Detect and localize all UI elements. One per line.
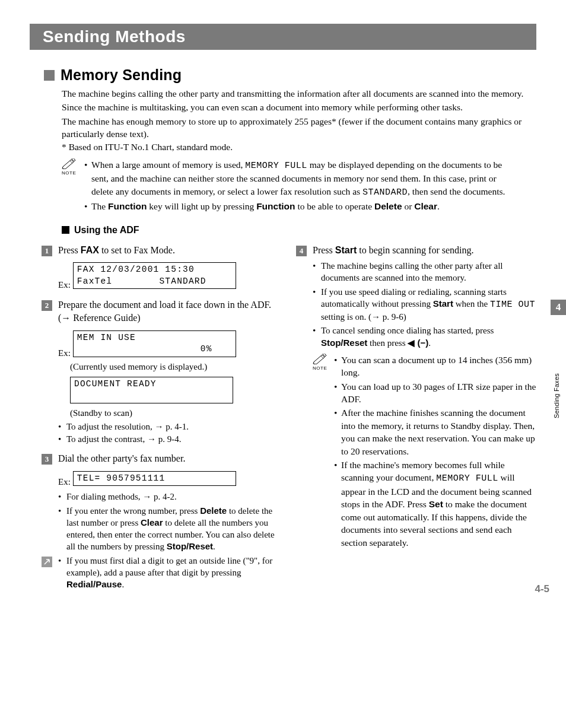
columns: 1 Press FAX to set to Fax Mode. Ex: FAX …	[42, 244, 536, 595]
lcd-row-2: Ex: MEM IN USE 0%	[58, 328, 282, 360]
note-block-2: NOTE You can scan a document up to 14 in…	[313, 354, 536, 550]
return-arrow-icon	[42, 557, 52, 567]
step4-bullet-3: To cancel sending once dialing has start…	[313, 325, 536, 349]
left-column: 1 Press FAX to set to Fax Mode. Ex: FAX …	[42, 244, 282, 595]
step4-bullet-1: The machine begins calling the other par…	[313, 260, 536, 284]
step-3: 3 Dial the other party's fax number.	[42, 452, 282, 465]
page-title: Sending Methods	[39, 27, 186, 46]
tab-chapter-number: 4	[551, 300, 566, 315]
step-number-3: 3	[42, 454, 52, 465]
ex-label: Ex:	[58, 280, 71, 291]
right-column: 4 Press Start to begin scanning for send…	[296, 244, 536, 595]
note-icon-col: NOTE	[313, 354, 334, 550]
step-3-bullets: For dialing methods, → p. 4-2. If you en…	[58, 491, 282, 552]
tab-chapter-label: Sending Faxes	[553, 373, 560, 418]
title-bar: Sending Methods	[30, 24, 536, 50]
step-3-bullet-3-row: • If you must first dial a digit to get …	[42, 555, 282, 591]
lcd-display-3: DOCUMENT READY	[70, 377, 233, 403]
lcd-row-3: DOCUMENT READY	[70, 374, 282, 406]
caption-2: (Currently used memory is displayed.)	[70, 362, 282, 372]
step4-bullet-2: If you use speed dialing or redialing, s…	[313, 286, 536, 323]
intro-p3: The machine has enough memory to store u…	[62, 115, 530, 141]
note-block-1: NOTE When a large amount of memory is us…	[62, 158, 519, 214]
step-2-bullets: To adjust the resolution, → p. 4-1. To a…	[58, 421, 282, 446]
side-tab: 4 Sending Faxes	[551, 300, 566, 315]
note-pencil-icon	[313, 354, 327, 364]
square-bullet-icon	[62, 226, 69, 234]
note-label: NOTE	[62, 170, 84, 176]
step3-bullet-3: • If you must first dial a digit to get …	[58, 555, 282, 591]
intro-p1: The machine begins calling the other par…	[62, 87, 530, 100]
step-2-body: Prepare the document and load it face do…	[58, 298, 282, 324]
section-heading-row: Memory Sending	[44, 66, 536, 84]
ex-label: Ex:	[58, 477, 71, 488]
note2-item-2: You can load up to 30 pages of LTR size …	[334, 380, 536, 406]
step-4-bullets: The machine begins calling the other par…	[313, 260, 536, 349]
subsection-title: Using the ADF	[74, 225, 139, 236]
note-pencil-icon	[62, 158, 76, 169]
note1-item-2: The Function key will light up by pressi…	[84, 200, 519, 212]
note-label: NOTE	[313, 365, 334, 371]
step3-bullet-2: If you enter the wrong number, press Del…	[58, 505, 282, 553]
lcd-row-4: Ex: TEL= 9057951111	[58, 469, 282, 489]
step2-bullet-2: To adjust the contrast, → p. 9-4.	[58, 433, 282, 445]
note1-item-1: When a large amount of memory is used, M…	[84, 158, 519, 199]
step3-bullet-1: For dialing methods, → p. 4-2.	[58, 491, 282, 503]
intro-p2: Since the machine is multitasking, you c…	[62, 101, 530, 113]
section-bullet-icon	[44, 70, 55, 81]
note-icon-col: NOTE	[62, 158, 84, 214]
step-number-4: 4	[296, 246, 307, 256]
step-1: 1 Press FAX to set to Fax Mode.	[42, 244, 282, 257]
caption-3: (Standby to scan)	[70, 408, 282, 418]
lcd-display-4: TEL= 9057951111	[73, 471, 236, 487]
step2-bullet-1: To adjust the resolution, → p. 4-1.	[58, 421, 282, 433]
ex-label: Ex:	[58, 348, 71, 360]
step-number-2: 2	[42, 300, 52, 311]
step-4-body: Press Start to begin scanning for sendin…	[313, 244, 536, 257]
subsection-row: Using the ADF	[62, 225, 536, 236]
intro-footnote: * Based on ITU-T No.1 Chart, standard mo…	[62, 142, 536, 152]
note-content: You can scan a document up to 14 inches …	[334, 354, 536, 550]
step-1-body: Press FAX to set to Fax Mode.	[58, 244, 282, 257]
step-4: 4 Press Start to begin scanning for send…	[296, 244, 536, 257]
step-number-1: 1	[42, 246, 52, 256]
lcd-display-2: MEM IN USE 0%	[73, 330, 236, 357]
section-title: Memory Sending	[61, 66, 182, 84]
lcd-row-1: Ex: FAX 12/03/2001 15:30 FaxTel STANDARD	[58, 260, 282, 291]
note2-item-3: After the machine finishes scanning the …	[334, 406, 536, 457]
note-content: When a large amount of memory is used, M…	[84, 158, 519, 214]
step-3-body: Dial the other party's fax number.	[58, 452, 282, 465]
lcd-display-1: FAX 12/03/2001 15:30 FaxTel STANDARD	[73, 262, 236, 289]
note2-item-1: You can scan a document up to 14 inches …	[334, 354, 536, 379]
page-number: 4-5	[535, 583, 549, 595]
step-2: 2 Prepare the document and load it face …	[42, 298, 282, 324]
note2-item-4: If the machine's memory becomes full whi…	[334, 459, 536, 549]
